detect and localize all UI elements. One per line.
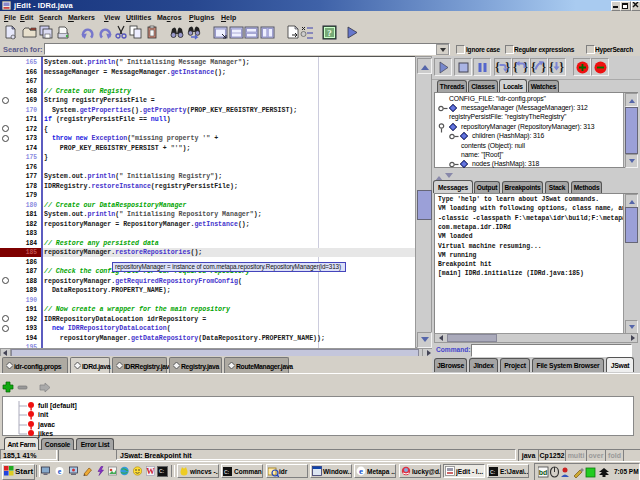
svg-text:W: W xyxy=(146,466,155,476)
svg-text:?: ? xyxy=(327,28,332,38)
svg-text:bd: bd xyxy=(539,469,548,476)
svg-text:{: { xyxy=(513,60,518,74)
svg-text:e: e xyxy=(359,466,363,476)
svg-text:{: { xyxy=(549,60,554,74)
svg-text:e: e xyxy=(58,467,62,476)
svg-text:{: { xyxy=(531,60,536,74)
svg-text:{: { xyxy=(495,60,500,74)
svg-text:}: } xyxy=(559,60,564,74)
